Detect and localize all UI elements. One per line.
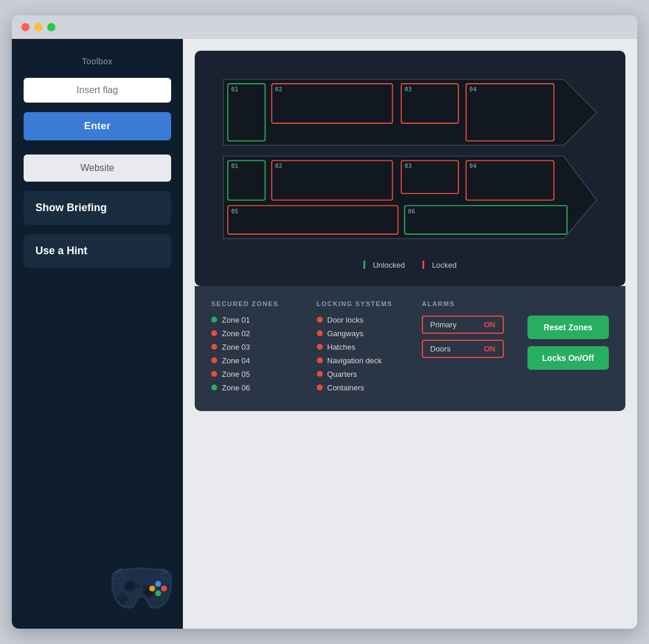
doors-alarm-badge: Doors ON xyxy=(422,340,504,358)
zone-04-label: Zone 04 xyxy=(222,356,250,365)
locking-systems-title: LOCKING SYSTEMS xyxy=(317,300,399,307)
main-panel: 01 02 03 04 xyxy=(183,39,637,629)
quarters-dot xyxy=(317,371,323,377)
containers-label: Containers xyxy=(327,383,365,392)
secured-zones-column: SECURED ZONES Zone 01 Zone 02 Zone 03 xyxy=(211,300,293,397)
svg-text:04: 04 xyxy=(469,163,476,169)
svg-text:01: 01 xyxy=(231,163,238,169)
primary-alarm-badge: Primary ON xyxy=(422,316,504,334)
alarms-column: ALARMS Primary ON Doors ON xyxy=(422,300,504,397)
zone-01-dot xyxy=(211,317,217,323)
svg-rect-11 xyxy=(143,585,148,588)
zone-03: Zone 03 xyxy=(211,343,293,351)
close-button[interactable] xyxy=(21,23,30,31)
doors-alarm-name: Doors xyxy=(430,344,451,353)
locks-onoff-button[interactable]: Locks On/Off xyxy=(527,346,609,370)
nav-deck-item: Navigation deck xyxy=(317,356,399,365)
svg-rect-12 xyxy=(112,573,123,579)
locked-legend-item: Locked xyxy=(422,261,457,270)
locking-systems-column: LOCKING SYSTEMS Door locks Gangways Hatc… xyxy=(317,300,399,397)
containers-dot xyxy=(317,385,323,390)
enter-button[interactable]: Enter xyxy=(24,112,171,140)
zone-05-dot xyxy=(211,371,217,377)
reset-zones-button[interactable]: Reset Zones xyxy=(527,316,609,339)
zone-03-label: Zone 03 xyxy=(222,343,250,351)
zone-03-dot xyxy=(211,344,217,350)
doors-alarm-status: ON xyxy=(484,344,496,353)
legend: Unlocked Locked xyxy=(212,256,608,274)
show-briefing-button[interactable]: Show Briefing xyxy=(24,191,171,225)
door-locks-dot xyxy=(317,317,323,323)
svg-text:03: 03 xyxy=(405,86,412,93)
zone-02-label: Zone 02 xyxy=(222,329,250,338)
app-window: Toolbox Enter Website Show Briefing Use … xyxy=(12,15,637,629)
quarters-label: Quarters xyxy=(327,370,358,379)
svg-text:05: 05 xyxy=(231,208,238,215)
gangways-dot xyxy=(317,330,323,336)
controls-column: Reset Zones Locks On/Off xyxy=(527,300,609,397)
zone-05-label: Zone 05 xyxy=(222,370,250,379)
nav-deck-dot xyxy=(317,357,323,363)
alarms-title: ALARMS xyxy=(422,300,504,307)
svg-rect-5 xyxy=(117,596,129,601)
zone-05: Zone 05 xyxy=(211,370,293,379)
zone-06-dot xyxy=(211,385,217,390)
unlocked-legend-item: Unlocked xyxy=(363,261,405,270)
website-button[interactable]: Website xyxy=(24,155,171,182)
sidebar: Toolbox Enter Website Show Briefing Use … xyxy=(12,39,183,629)
unlocked-legend-label: Unlocked xyxy=(373,261,405,270)
minimize-button[interactable] xyxy=(34,23,42,31)
door-locks-label: Door locks xyxy=(327,316,363,324)
primary-alarm-name: Primary xyxy=(430,320,457,329)
zone-02: Zone 02 xyxy=(211,329,293,338)
svg-rect-13 xyxy=(160,573,171,579)
gamepad-icon xyxy=(106,561,177,617)
gangways-label: Gangways xyxy=(327,329,363,338)
containers-item: Containers xyxy=(317,383,399,392)
ship-diagram: 01 02 03 04 xyxy=(212,68,608,247)
svg-point-8 xyxy=(155,590,161,596)
svg-text:01: 01 xyxy=(231,86,238,93)
svg-point-9 xyxy=(149,586,155,592)
toolbox-label: Toolbox xyxy=(82,57,113,66)
maximize-button[interactable] xyxy=(47,23,55,31)
hatches-label: Hatches xyxy=(327,343,356,351)
unlocked-legend-dot xyxy=(363,261,369,269)
primary-alarm-status: ON xyxy=(484,320,496,329)
zone-04-dot xyxy=(211,357,217,363)
flag-input[interactable] xyxy=(24,78,171,103)
quarters-item: Quarters xyxy=(317,370,399,379)
info-section: SECURED ZONES Zone 01 Zone 02 Zone 03 xyxy=(195,286,625,411)
svg-point-6 xyxy=(155,581,161,587)
svg-rect-10 xyxy=(136,585,140,588)
svg-text:02: 02 xyxy=(275,86,282,93)
svg-point-1 xyxy=(126,582,134,590)
zone-06: Zone 06 xyxy=(211,383,293,392)
svg-text:02: 02 xyxy=(275,163,282,169)
hatches-item: Hatches xyxy=(317,343,399,351)
door-locks-item: Door locks xyxy=(317,316,399,324)
nav-deck-label: Navigation deck xyxy=(327,356,382,365)
svg-point-7 xyxy=(161,586,167,592)
hatches-dot xyxy=(317,344,323,350)
zone-01: Zone 01 xyxy=(211,316,293,324)
ship-panel: 01 02 03 04 xyxy=(195,51,625,286)
zone-01-label: Zone 01 xyxy=(222,316,250,324)
gangways-item: Gangways xyxy=(317,329,399,338)
zone-02-dot xyxy=(211,330,217,336)
zone-04: Zone 04 xyxy=(211,356,293,365)
locked-legend-dot xyxy=(422,261,428,269)
svg-text:03: 03 xyxy=(405,163,412,169)
titlebar xyxy=(12,15,637,39)
svg-text:06: 06 xyxy=(408,208,415,215)
zone-06-label: Zone 06 xyxy=(222,383,250,392)
locked-legend-label: Locked xyxy=(432,261,457,270)
secured-zones-title: SECURED ZONES xyxy=(211,300,293,307)
use-hint-button[interactable]: Use a Hint xyxy=(24,234,171,268)
svg-text:04: 04 xyxy=(469,86,476,93)
